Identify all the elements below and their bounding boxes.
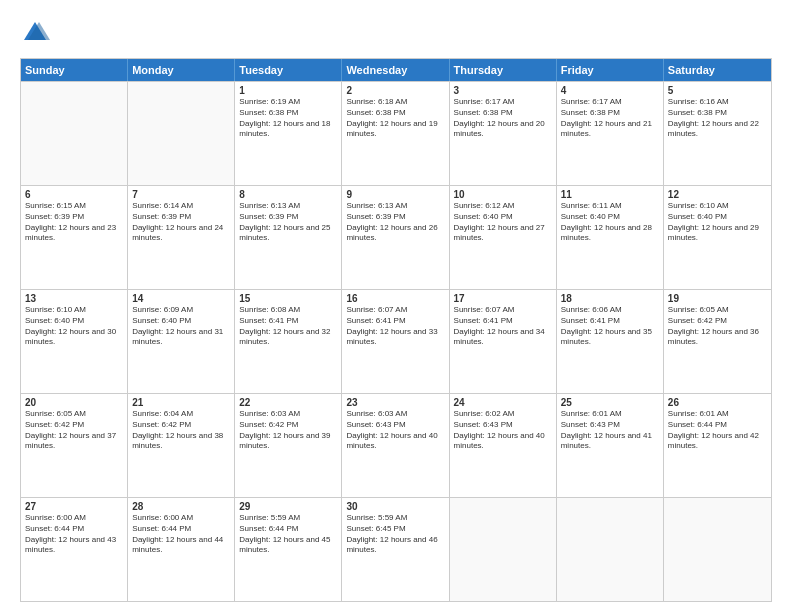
day-info: Sunrise: 6:17 AM Sunset: 6:38 PM Dayligh… <box>561 97 659 140</box>
calendar-header-cell: Monday <box>128 59 235 81</box>
calendar-cell: 6Sunrise: 6:15 AM Sunset: 6:39 PM Daylig… <box>21 186 128 289</box>
calendar: SundayMondayTuesdayWednesdayThursdayFrid… <box>20 58 772 602</box>
page: SundayMondayTuesdayWednesdayThursdayFrid… <box>0 0 792 612</box>
day-info: Sunrise: 6:01 AM Sunset: 6:43 PM Dayligh… <box>561 409 659 452</box>
day-number: 21 <box>132 397 230 408</box>
calendar-cell: 23Sunrise: 6:03 AM Sunset: 6:43 PM Dayli… <box>342 394 449 497</box>
day-number: 8 <box>239 189 337 200</box>
calendar-cell: 10Sunrise: 6:12 AM Sunset: 6:40 PM Dayli… <box>450 186 557 289</box>
calendar-cell <box>450 498 557 601</box>
calendar-cell: 19Sunrise: 6:05 AM Sunset: 6:42 PM Dayli… <box>664 290 771 393</box>
day-info: Sunrise: 6:12 AM Sunset: 6:40 PM Dayligh… <box>454 201 552 244</box>
calendar-cell: 18Sunrise: 6:06 AM Sunset: 6:41 PM Dayli… <box>557 290 664 393</box>
day-info: Sunrise: 6:05 AM Sunset: 6:42 PM Dayligh… <box>668 305 767 348</box>
calendar-cell: 30Sunrise: 5:59 AM Sunset: 6:45 PM Dayli… <box>342 498 449 601</box>
day-number: 14 <box>132 293 230 304</box>
calendar-cell: 4Sunrise: 6:17 AM Sunset: 6:38 PM Daylig… <box>557 82 664 185</box>
calendar-header-cell: Tuesday <box>235 59 342 81</box>
calendar-header-cell: Thursday <box>450 59 557 81</box>
calendar-body: 1Sunrise: 6:19 AM Sunset: 6:38 PM Daylig… <box>21 81 771 601</box>
day-number: 28 <box>132 501 230 512</box>
day-number: 29 <box>239 501 337 512</box>
day-info: Sunrise: 6:07 AM Sunset: 6:41 PM Dayligh… <box>346 305 444 348</box>
day-number: 27 <box>25 501 123 512</box>
day-info: Sunrise: 6:10 AM Sunset: 6:40 PM Dayligh… <box>25 305 123 348</box>
day-info: Sunrise: 6:14 AM Sunset: 6:39 PM Dayligh… <box>132 201 230 244</box>
calendar-week-1: 1Sunrise: 6:19 AM Sunset: 6:38 PM Daylig… <box>21 81 771 185</box>
calendar-cell: 20Sunrise: 6:05 AM Sunset: 6:42 PM Dayli… <box>21 394 128 497</box>
day-number: 19 <box>668 293 767 304</box>
day-number: 24 <box>454 397 552 408</box>
day-info: Sunrise: 6:03 AM Sunset: 6:43 PM Dayligh… <box>346 409 444 452</box>
day-info: Sunrise: 6:17 AM Sunset: 6:38 PM Dayligh… <box>454 97 552 140</box>
calendar-cell: 26Sunrise: 6:01 AM Sunset: 6:44 PM Dayli… <box>664 394 771 497</box>
calendar-cell: 1Sunrise: 6:19 AM Sunset: 6:38 PM Daylig… <box>235 82 342 185</box>
calendar-cell: 28Sunrise: 6:00 AM Sunset: 6:44 PM Dayli… <box>128 498 235 601</box>
calendar-cell: 29Sunrise: 5:59 AM Sunset: 6:44 PM Dayli… <box>235 498 342 601</box>
day-number: 1 <box>239 85 337 96</box>
day-info: Sunrise: 6:00 AM Sunset: 6:44 PM Dayligh… <box>132 513 230 556</box>
day-info: Sunrise: 6:05 AM Sunset: 6:42 PM Dayligh… <box>25 409 123 452</box>
day-info: Sunrise: 6:04 AM Sunset: 6:42 PM Dayligh… <box>132 409 230 452</box>
day-number: 15 <box>239 293 337 304</box>
day-number: 9 <box>346 189 444 200</box>
day-number: 13 <box>25 293 123 304</box>
calendar-cell: 2Sunrise: 6:18 AM Sunset: 6:38 PM Daylig… <box>342 82 449 185</box>
day-info: Sunrise: 6:19 AM Sunset: 6:38 PM Dayligh… <box>239 97 337 140</box>
day-number: 17 <box>454 293 552 304</box>
day-number: 25 <box>561 397 659 408</box>
day-number: 26 <box>668 397 767 408</box>
calendar-week-3: 13Sunrise: 6:10 AM Sunset: 6:40 PM Dayli… <box>21 289 771 393</box>
calendar-cell: 15Sunrise: 6:08 AM Sunset: 6:41 PM Dayli… <box>235 290 342 393</box>
calendar-cell: 12Sunrise: 6:10 AM Sunset: 6:40 PM Dayli… <box>664 186 771 289</box>
day-number: 20 <box>25 397 123 408</box>
calendar-header-row: SundayMondayTuesdayWednesdayThursdayFrid… <box>21 59 771 81</box>
calendar-cell: 8Sunrise: 6:13 AM Sunset: 6:39 PM Daylig… <box>235 186 342 289</box>
day-info: Sunrise: 6:16 AM Sunset: 6:38 PM Dayligh… <box>668 97 767 140</box>
day-info: Sunrise: 6:15 AM Sunset: 6:39 PM Dayligh… <box>25 201 123 244</box>
calendar-cell <box>21 82 128 185</box>
day-number: 3 <box>454 85 552 96</box>
day-info: Sunrise: 5:59 AM Sunset: 6:44 PM Dayligh… <box>239 513 337 556</box>
day-number: 4 <box>561 85 659 96</box>
day-number: 12 <box>668 189 767 200</box>
calendar-cell: 22Sunrise: 6:03 AM Sunset: 6:42 PM Dayli… <box>235 394 342 497</box>
calendar-week-5: 27Sunrise: 6:00 AM Sunset: 6:44 PM Dayli… <box>21 497 771 601</box>
day-info: Sunrise: 6:18 AM Sunset: 6:38 PM Dayligh… <box>346 97 444 140</box>
day-info: Sunrise: 6:03 AM Sunset: 6:42 PM Dayligh… <box>239 409 337 452</box>
day-number: 16 <box>346 293 444 304</box>
day-number: 2 <box>346 85 444 96</box>
day-number: 10 <box>454 189 552 200</box>
calendar-cell <box>557 498 664 601</box>
day-info: Sunrise: 5:59 AM Sunset: 6:45 PM Dayligh… <box>346 513 444 556</box>
calendar-header-cell: Friday <box>557 59 664 81</box>
calendar-header-cell: Wednesday <box>342 59 449 81</box>
calendar-cell: 13Sunrise: 6:10 AM Sunset: 6:40 PM Dayli… <box>21 290 128 393</box>
day-number: 30 <box>346 501 444 512</box>
calendar-cell: 3Sunrise: 6:17 AM Sunset: 6:38 PM Daylig… <box>450 82 557 185</box>
day-number: 23 <box>346 397 444 408</box>
calendar-header-cell: Sunday <box>21 59 128 81</box>
calendar-cell: 5Sunrise: 6:16 AM Sunset: 6:38 PM Daylig… <box>664 82 771 185</box>
calendar-cell: 11Sunrise: 6:11 AM Sunset: 6:40 PM Dayli… <box>557 186 664 289</box>
day-number: 5 <box>668 85 767 96</box>
day-info: Sunrise: 6:11 AM Sunset: 6:40 PM Dayligh… <box>561 201 659 244</box>
day-info: Sunrise: 6:13 AM Sunset: 6:39 PM Dayligh… <box>239 201 337 244</box>
day-info: Sunrise: 6:13 AM Sunset: 6:39 PM Dayligh… <box>346 201 444 244</box>
day-info: Sunrise: 6:06 AM Sunset: 6:41 PM Dayligh… <box>561 305 659 348</box>
calendar-cell: 14Sunrise: 6:09 AM Sunset: 6:40 PM Dayli… <box>128 290 235 393</box>
logo-icon <box>20 18 50 48</box>
day-info: Sunrise: 6:10 AM Sunset: 6:40 PM Dayligh… <box>668 201 767 244</box>
calendar-week-4: 20Sunrise: 6:05 AM Sunset: 6:42 PM Dayli… <box>21 393 771 497</box>
calendar-cell: 25Sunrise: 6:01 AM Sunset: 6:43 PM Dayli… <box>557 394 664 497</box>
calendar-cell: 7Sunrise: 6:14 AM Sunset: 6:39 PM Daylig… <box>128 186 235 289</box>
day-info: Sunrise: 6:08 AM Sunset: 6:41 PM Dayligh… <box>239 305 337 348</box>
logo <box>20 18 54 48</box>
calendar-cell: 24Sunrise: 6:02 AM Sunset: 6:43 PM Dayli… <box>450 394 557 497</box>
day-number: 18 <box>561 293 659 304</box>
day-info: Sunrise: 6:00 AM Sunset: 6:44 PM Dayligh… <box>25 513 123 556</box>
day-info: Sunrise: 6:01 AM Sunset: 6:44 PM Dayligh… <box>668 409 767 452</box>
calendar-cell: 27Sunrise: 6:00 AM Sunset: 6:44 PM Dayli… <box>21 498 128 601</box>
calendar-cell <box>128 82 235 185</box>
day-number: 22 <box>239 397 337 408</box>
